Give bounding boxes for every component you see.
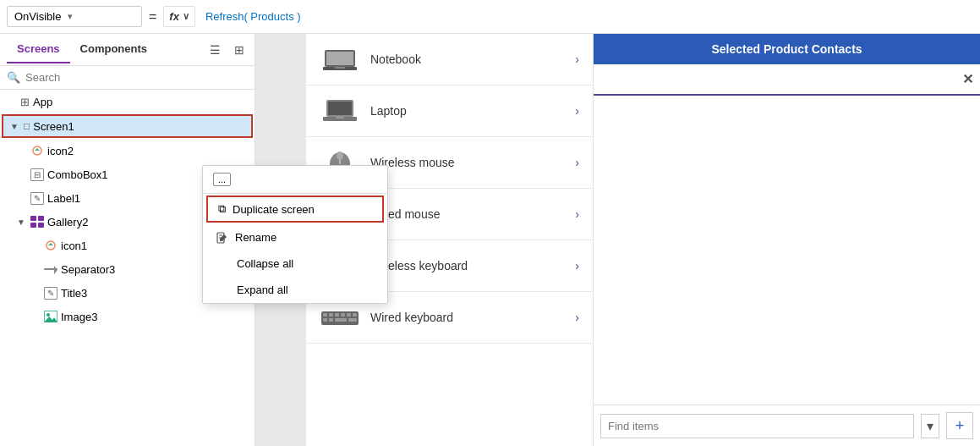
tree-item-image3[interactable]: Image3: [0, 305, 255, 328]
screen1-icon: □: [24, 120, 30, 132]
details-header: Selected Product Contacts: [594, 34, 980, 64]
rename-icon: [216, 231, 228, 244]
laptop-name: Laptop: [370, 104, 565, 118]
svg-rect-43: [335, 313, 339, 317]
screen1-chevron: ▼: [10, 122, 20, 131]
find-items-dropdown[interactable]: ▾: [921, 414, 939, 438]
context-menu-expand[interactable]: Expand all: [203, 277, 387, 303]
ellipsis-button[interactable]: ...: [213, 173, 231, 186]
icon2-icon: [30, 144, 44, 157]
context-menu-rename[interactable]: Rename: [203, 224, 387, 251]
svg-rect-15: [326, 52, 353, 65]
context-menu: ... ⧉ Duplicate screen Rename: [202, 165, 388, 304]
list-view-icon[interactable]: ☰: [206, 41, 224, 58]
search-bar: 🔍: [0, 66, 255, 90]
search-input[interactable]: [25, 71, 248, 84]
duplicate-icon: ⧉: [218, 202, 226, 216]
top-bar: OnVisible ▾ = fx ∨ Refresh( Products ): [0, 0, 980, 34]
icon2-label: icon2: [47, 145, 74, 157]
title3-icon: ✎: [44, 287, 57, 300]
wired-mouse-name: Wired mouse: [370, 207, 565, 221]
left-panel: Screens Components ☰ ⊞ 🔍 ⊞ App ▼ □: [0, 34, 255, 446]
fx-label: fx: [169, 10, 179, 23]
svg-rect-17: [335, 67, 345, 69]
separator3-label: Separator3: [61, 263, 115, 276]
tree-item-app[interactable]: ⊞ App: [0, 90, 255, 113]
sep3-icon: [44, 264, 57, 273]
gallery2-chevron: ▼: [17, 217, 27, 227]
details-footer: ▾ +: [594, 405, 980, 446]
wireless-mouse-chevron: ›: [575, 156, 579, 169]
gallery2-label: Gallery2: [47, 216, 88, 229]
notebook-thumb: [320, 44, 360, 74]
svg-rect-44: [341, 313, 345, 317]
app-label: App: [33, 96, 52, 108]
image3-label: Image3: [61, 311, 97, 323]
context-menu-header: ...: [203, 166, 387, 194]
svg-rect-50: [348, 318, 357, 322]
rename-label: Rename: [235, 231, 276, 244]
tree-item-icon2[interactable]: icon2: [0, 139, 255, 162]
context-menu-collapse[interactable]: Collapse all: [203, 251, 387, 277]
wireless-keyboard-name: Wireless keyboard: [370, 259, 565, 273]
close-button[interactable]: ✕: [962, 71, 973, 87]
wired-keyboard-chevron: ›: [575, 311, 579, 324]
notebook-name: Notebook: [370, 52, 565, 66]
details-title: Selected Product Contacts: [711, 42, 862, 56]
find-items-input[interactable]: [600, 414, 914, 438]
notebook-chevron: ›: [575, 52, 579, 66]
grid-view-icon[interactable]: ⊞: [231, 41, 248, 58]
product-item-laptop[interactable]: Laptop ›: [306, 85, 593, 137]
svg-rect-48: [329, 318, 333, 322]
svg-marker-10: [44, 317, 57, 322]
svg-rect-42: [329, 313, 333, 317]
wired-mouse-chevron: ›: [575, 207, 579, 221]
product-item-notebook[interactable]: Notebook ›: [306, 34, 593, 85]
panel-tabs: Screens Components ☰ ⊞: [0, 34, 255, 66]
screen1-label: Screen1: [33, 120, 74, 133]
tab-components[interactable]: Components: [70, 36, 157, 63]
details-panel: Selected Product Contacts ✕ ▾ +: [594, 34, 980, 446]
svg-rect-19: [328, 102, 352, 115]
wired-keyboard-thumb: [320, 302, 360, 333]
tree-item-screen1[interactable]: ▼ □ Screen1: [2, 114, 253, 138]
fx-button[interactable]: fx ∨: [163, 6, 195, 27]
collapse-label: Collapse all: [237, 257, 293, 270]
details-body: [594, 96, 980, 405]
svg-rect-4: [38, 223, 44, 228]
combo-icon: ⊟: [30, 168, 44, 181]
event-dropdown[interactable]: OnVisible ▾: [7, 6, 142, 27]
tab-screens[interactable]: Screens: [7, 36, 70, 63]
icon1-icon: [44, 239, 57, 252]
svg-rect-45: [347, 313, 351, 317]
context-menu-duplicate[interactable]: ⧉ Duplicate screen: [206, 195, 384, 223]
main-area: Screens Components ☰ ⊞ 🔍 ⊞ App ▼ □: [0, 34, 980, 446]
wired-keyboard-name: Wired keyboard: [370, 311, 565, 324]
app-icon: ⊞: [20, 96, 30, 108]
fx-chevron: ∨: [183, 11, 189, 22]
search-icon: 🔍: [7, 71, 20, 84]
laptop-thumb: [320, 96, 360, 126]
duplicate-label: Duplicate screen: [233, 203, 315, 216]
details-close-area: ✕: [594, 64, 980, 96]
label1-icon: ✎: [30, 192, 44, 205]
svg-rect-47: [323, 318, 327, 322]
svg-point-24: [337, 151, 343, 160]
add-button[interactable]: +: [946, 412, 973, 439]
combobox1-label: ComboBox1: [47, 168, 108, 181]
svg-rect-1: [30, 216, 36, 221]
svg-point-9: [47, 313, 50, 317]
gallery2-icon: [30, 216, 44, 229]
image3-icon: [44, 311, 57, 322]
title3-label: Title3: [61, 287, 87, 300]
formula-bar[interactable]: Refresh( Products ): [202, 10, 973, 23]
svg-rect-41: [323, 313, 327, 317]
expand-label: Expand all: [237, 284, 288, 296]
svg-rect-46: [353, 313, 357, 317]
svg-rect-49: [335, 318, 347, 322]
wireless-keyboard-chevron: ›: [575, 259, 579, 273]
label1-label: Label1: [47, 192, 80, 205]
wireless-mouse-name: Wireless mouse: [370, 156, 565, 169]
panel-tab-icons: ☰ ⊞: [206, 41, 248, 58]
equals-sign: =: [149, 9, 156, 25]
